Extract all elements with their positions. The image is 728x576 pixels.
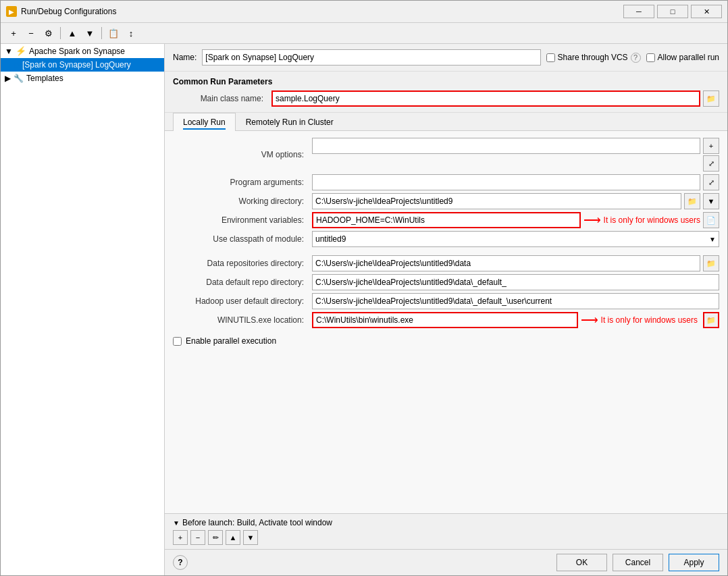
- vm-options-area: + ⤢: [312, 138, 719, 172]
- data-repos-browse-button[interactable]: 📁: [703, 255, 719, 271]
- vcs-help-icon[interactable]: ?: [631, 53, 641, 63]
- footer: ? OK Cancel Apply: [165, 549, 727, 575]
- toolbar-separator: [60, 27, 61, 39]
- settings-button[interactable]: ⚙: [41, 26, 56, 41]
- winutils-input[interactable]: [312, 312, 578, 328]
- name-label: Name:: [173, 53, 197, 62]
- add-config-button[interactable]: +: [6, 26, 21, 41]
- env-vars-input[interactable]: [312, 212, 581, 228]
- name-input[interactable]: [202, 49, 540, 66]
- working-dir-wrapper: 📁 ▼: [312, 193, 719, 209]
- env-vars-edit-button[interactable]: 📄: [703, 212, 719, 228]
- classpath-dropdown-arrow-icon: ▼: [709, 236, 716, 243]
- tab-locally-run[interactable]: Locally Run: [173, 113, 236, 131]
- classpath-label: Use classpath of module:: [173, 234, 308, 244]
- env-vars-wrapper: ⟶ It is only for windows users 📄: [312, 212, 719, 228]
- program-args-expand-button[interactable]: ⤢: [703, 174, 719, 190]
- before-launch-add-button[interactable]: +: [173, 530, 188, 545]
- toolbar-separator-2: [101, 27, 102, 39]
- main-class-browse-button[interactable]: 📁: [703, 90, 719, 107]
- before-launch-label: Before launch: Build, Activate tool wind…: [182, 518, 332, 527]
- classpath-dropdown[interactable]: untitled9 ▼: [312, 231, 719, 247]
- apply-button[interactable]: Apply: [669, 554, 719, 571]
- sort-button[interactable]: ↕: [124, 26, 138, 41]
- enable-parallel-checkbox[interactable]: [173, 337, 182, 346]
- env-vars-annotation: It is only for windows users: [604, 215, 700, 225]
- main-class-section: Common Run Parameters Main class name: 📁: [165, 72, 727, 113]
- ok-button[interactable]: OK: [556, 554, 607, 571]
- classpath-value: untitled9: [315, 234, 346, 244]
- sidebar-item-label: [Spark on Synapse] LogQuery: [22, 60, 131, 70]
- minimize-button[interactable]: ─: [623, 5, 654, 18]
- move-down-button[interactable]: ▼: [82, 26, 97, 41]
- winutils-label: WINUTILS.exe location:: [173, 315, 308, 325]
- vm-options-input[interactable]: [312, 138, 700, 154]
- main-class-input[interactable]: [271, 90, 700, 107]
- close-button[interactable]: ✕: [691, 5, 722, 18]
- sidebar-group-label: Apache Spark on Synapse: [29, 47, 125, 56]
- vm-buttons: + ⤢: [703, 138, 719, 172]
- sidebar-templates[interactable]: ▶ 🔧 Templates: [1, 72, 164, 85]
- before-launch-section: ▼ Before launch: Build, Activate tool wi…: [165, 513, 727, 549]
- footer-right: OK Cancel Apply: [556, 554, 719, 571]
- section-divider: [173, 250, 719, 255]
- env-vars-row: Environment variables: ⟶ It is only for …: [173, 212, 719, 228]
- sidebar-group-spark[interactable]: ▼ ⚡ Apache Spark on Synapse: [1, 44, 164, 58]
- copy-button[interactable]: 📋: [106, 26, 121, 41]
- program-args-input[interactable]: [312, 174, 700, 190]
- main-class-input-wrapper: 📁: [271, 90, 719, 107]
- data-repos-wrapper: 📁: [312, 255, 719, 271]
- collapse-arrow-icon: ▼: [5, 47, 13, 56]
- tabs-area: Locally Run Remotely Run in Cluster: [165, 113, 727, 131]
- parallel-checkbox-group: Allow parallel run: [646, 53, 719, 62]
- vm-add-button[interactable]: +: [703, 138, 719, 154]
- winutils-browse-button[interactable]: 📁: [703, 312, 719, 328]
- data-default-row: Data default repo directory:: [173, 274, 719, 290]
- data-default-input[interactable]: [312, 274, 719, 290]
- main-class-label: Main class name:: [173, 94, 267, 103]
- hadoop-user-input[interactable]: [312, 293, 719, 309]
- maximize-button[interactable]: □: [657, 5, 688, 18]
- working-dir-input[interactable]: [312, 193, 681, 209]
- help-button[interactable]: ?: [173, 555, 188, 570]
- vm-options-label: VM options:: [173, 150, 308, 159]
- sidebar: ▼ ⚡ Apache Spark on Synapse ▶ [Spark on …: [1, 44, 165, 575]
- allow-parallel-label: Allow parallel run: [658, 53, 719, 62]
- allow-parallel-checkbox[interactable]: [646, 53, 655, 62]
- remove-config-button[interactable]: −: [24, 26, 38, 41]
- env-arrow-icon: ⟶: [583, 213, 601, 228]
- winutils-arrow-icon: ⟶: [581, 313, 598, 328]
- hadoop-user-label: Hadoop user default directory:: [173, 296, 308, 306]
- expand-arrow-icon: ▶: [5, 74, 11, 83]
- working-dir-dropdown-button[interactable]: ▼: [703, 193, 719, 209]
- title-bar: ▶ Run/Debug Configurations ─ □ ✕: [1, 1, 727, 23]
- main-class-row: Main class name: 📁: [173, 90, 719, 107]
- run-icon: ▶: [14, 61, 20, 70]
- before-launch-remove-button[interactable]: −: [190, 530, 205, 545]
- main-content: ▼ ⚡ Apache Spark on Synapse ▶ [Spark on …: [1, 44, 727, 575]
- data-repos-input[interactable]: [312, 255, 700, 271]
- winutils-annotation: It is only for windows users: [601, 315, 698, 325]
- remotely-run-tab-label: Remotely Run in Cluster: [246, 117, 334, 127]
- working-dir-label: Working directory:: [173, 197, 308, 206]
- before-launch-down-button[interactable]: ▼: [243, 530, 258, 545]
- window-controls: ─ □ ✕: [623, 5, 722, 18]
- vm-expand-button[interactable]: ⤢: [703, 155, 719, 172]
- name-row: Name: Share through VCS ? Allow parallel…: [165, 44, 727, 72]
- move-up-button[interactable]: ▲: [65, 26, 80, 41]
- hadoop-user-wrapper: [312, 293, 719, 309]
- hadoop-user-row: Hadoop user default directory:: [173, 293, 719, 309]
- config-area: VM options: + ⤢ Program arguments:: [165, 131, 727, 513]
- sidebar-item-logquery[interactable]: ▶ [Spark on Synapse] LogQuery: [1, 58, 164, 72]
- before-launch-header[interactable]: ▼ Before launch: Build, Activate tool wi…: [173, 518, 719, 527]
- before-launch-edit-button[interactable]: ✏: [208, 530, 223, 545]
- winutils-wrapper: ⟶ It is only for windows users 📁: [312, 312, 719, 328]
- tab-remotely-run[interactable]: Remotely Run in Cluster: [236, 113, 344, 131]
- env-vars-label: Environment variables:: [173, 215, 308, 225]
- working-dir-browse-button[interactable]: 📁: [684, 193, 700, 209]
- cancel-button[interactable]: Cancel: [613, 554, 663, 571]
- before-launch-up-button[interactable]: ▲: [226, 530, 240, 545]
- classpath-row: Use classpath of module: untitled9 ▼: [173, 231, 719, 247]
- locally-run-tab-label: Locally Run: [183, 117, 226, 130]
- share-vcs-checkbox[interactable]: [546, 53, 555, 62]
